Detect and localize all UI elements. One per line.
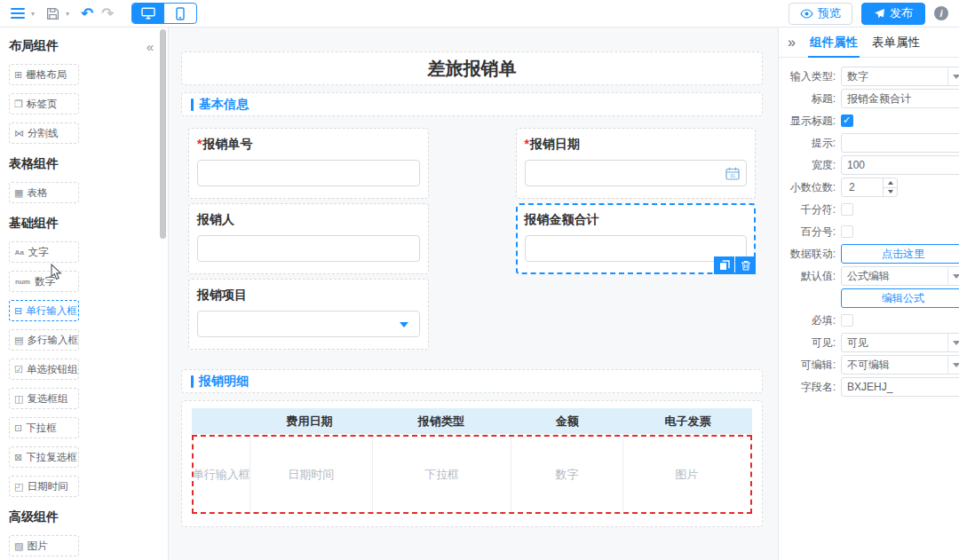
copy-component-button[interactable] bbox=[714, 256, 734, 274]
show-title-checkbox[interactable] bbox=[841, 114, 853, 127]
percent-sign-checkbox[interactable] bbox=[841, 225, 853, 238]
save-caret-down-icon[interactable]: ▾ bbox=[66, 10, 69, 18]
sidebar-item-textarea[interactable]: ▤ 多行输入框 bbox=[9, 329, 79, 351]
prop-row-hint: 提示: bbox=[779, 133, 959, 153]
form-title: 差旅报销单 bbox=[428, 57, 517, 81]
cell-image[interactable]: 图片 bbox=[622, 437, 750, 512]
stepper-down-icon[interactable] bbox=[884, 188, 897, 197]
sidebar-item-divider[interactable]: ⋈ 分割线 bbox=[9, 122, 79, 144]
cell-number[interactable]: 数字 bbox=[511, 437, 622, 512]
undo-icon[interactable]: ↶ bbox=[81, 6, 93, 21]
sidebar-item-table[interactable]: ▦ 表格 bbox=[9, 182, 79, 203]
section-basic-info[interactable]: 基本信息 bbox=[181, 92, 763, 116]
save-icon[interactable] bbox=[46, 7, 59, 20]
field-bill-date[interactable]: *报销日期 31 bbox=[516, 128, 757, 199]
section-expense-detail[interactable]: 报销明细 bbox=[181, 369, 763, 393]
cell-select[interactable]: 下拉框 bbox=[372, 437, 511, 512]
item-label: 表格 bbox=[27, 186, 47, 200]
edit-formula-button[interactable]: 编辑公式 bbox=[841, 288, 959, 308]
tab-form-properties[interactable]: 表单属性 bbox=[872, 28, 920, 58]
delete-component-button[interactable] bbox=[735, 256, 756, 274]
menu-caret-down-icon[interactable]: ▾ bbox=[31, 10, 35, 18]
data-linkage-button[interactable]: 点击这里 bbox=[841, 244, 959, 264]
cell-datetime[interactable]: 日期时间 bbox=[250, 437, 372, 512]
expense-item-select[interactable] bbox=[197, 311, 420, 337]
sidebar-item-text[interactable]: Aa 文字 bbox=[9, 241, 79, 263]
bill-no-input[interactable] bbox=[197, 160, 420, 186]
prop-row-show-title: 显示标题: bbox=[779, 111, 959, 130]
item-label: 下拉框 bbox=[26, 422, 57, 435]
prop-label: 输入类型: bbox=[779, 69, 841, 84]
sidebar-item-image[interactable]: ▨ 图片 bbox=[9, 535, 79, 556]
prop-row-width: 宽度: bbox=[779, 155, 959, 175]
applicant-input[interactable] bbox=[197, 235, 420, 262]
mobile-view-button[interactable] bbox=[164, 4, 196, 23]
prop-row-required: 必填: bbox=[779, 311, 959, 330]
device-toggle bbox=[131, 3, 197, 24]
top-toolbar: ▾ ▾ ↶ ↷ 预览 发布 i bbox=[0, 0, 959, 28]
visible-select[interactable]: 可见 bbox=[841, 333, 959, 352]
sidebar-item-number[interactable]: num 数字 bbox=[9, 271, 79, 292]
sidebar-item-radio-group[interactable]: ☑ 单选按钮组 bbox=[9, 359, 79, 380]
collapse-sidebar-icon[interactable]: « bbox=[147, 39, 154, 54]
sidebar-item-select[interactable]: ⊡ 下拉框 bbox=[9, 417, 79, 438]
table-placeholder-row[interactable]: 单行输入框 日期时间 下拉框 数字 图片 bbox=[192, 435, 752, 514]
field-applicant[interactable]: 报销人 bbox=[188, 203, 429, 274]
select-value: 不可编辑 bbox=[847, 358, 890, 373]
publish-button[interactable]: 发布 bbox=[861, 3, 925, 25]
prop-label: 数据联动: bbox=[779, 247, 841, 262]
input-type-select[interactable]: 数字 bbox=[841, 67, 959, 86]
multi-select-icon: ⊠ bbox=[14, 453, 22, 462]
section-title: 高级组件 bbox=[9, 509, 59, 525]
sidebar-item-datetime[interactable]: ◰ 日期时间 bbox=[9, 476, 79, 497]
item-label: 多行输入框 bbox=[27, 334, 78, 347]
required-mark: * bbox=[525, 137, 529, 151]
redo-icon[interactable]: ↷ bbox=[101, 6, 114, 21]
info-icon[interactable]: i bbox=[934, 6, 948, 20]
prop-row-input-type: 输入类型: 数字 bbox=[779, 67, 959, 86]
bill-date-input[interactable]: 31 bbox=[525, 160, 748, 186]
sidebar-item-single-line-input[interactable]: ⊟ 单行输入框 bbox=[9, 300, 79, 321]
field-expense-item[interactable]: 报销项目 bbox=[188, 279, 429, 350]
sidebar-scrollbar[interactable] bbox=[160, 29, 166, 239]
calendar-icon: 31 bbox=[725, 167, 740, 184]
field-total-amount-selected[interactable]: 报销金额合计 bbox=[516, 203, 757, 274]
prop-label: 默认值: bbox=[779, 269, 841, 284]
stepper-up-icon[interactable] bbox=[884, 178, 897, 188]
tab-component-properties[interactable]: 组件属性 bbox=[810, 28, 858, 58]
menu-icon[interactable] bbox=[11, 8, 25, 19]
thousands-separator-checkbox[interactable] bbox=[841, 203, 853, 216]
sidebar-section-layout: 布局组件 « bbox=[9, 38, 154, 54]
sidebar-item-grid-layout[interactable]: ⊞ 栅格布局 bbox=[9, 64, 79, 85]
section-title: 基础组件 bbox=[9, 216, 59, 232]
trash-icon bbox=[741, 260, 751, 271]
default-value-select[interactable]: 公式编辑 bbox=[841, 266, 959, 286]
item-label: 单行输入框 bbox=[26, 304, 77, 318]
required-checkbox[interactable] bbox=[841, 314, 853, 327]
detail-table-block[interactable]: 费用日期 报销类型 金额 电子发票 单行输入框 日期时间 下拉框 数字 图片 bbox=[181, 400, 763, 527]
sidebar-item-tab-page[interactable]: ❐ 标签页 bbox=[9, 93, 79, 114]
prop-label: 提示: bbox=[779, 136, 841, 151]
mobile-icon bbox=[176, 7, 185, 20]
sidebar-item-multi-select[interactable]: ⊠ 下拉复选框 bbox=[9, 446, 79, 468]
cell-single-line-input[interactable]: 单行输入框 bbox=[194, 437, 250, 512]
field-bill-date-label: 报销日期 bbox=[530, 137, 580, 151]
editable-select[interactable]: 不可编辑 bbox=[841, 355, 959, 375]
decimal-places-stepper[interactable]: 2 bbox=[841, 177, 898, 197]
component-sidebar: 布局组件 « ⊞ 栅格布局 ❐ 标签页 ⋈ 分割线 表格组件 ▦ 表格 bbox=[0, 28, 169, 560]
prop-row-visible: 可见: 可见 bbox=[779, 333, 959, 352]
form-title-block[interactable]: 差旅报销单 bbox=[181, 51, 763, 85]
field-name-field[interactable] bbox=[841, 377, 959, 397]
field-bill-no[interactable]: *报销单号 bbox=[188, 128, 429, 199]
hint-field[interactable] bbox=[841, 133, 959, 153]
prop-row-edit-formula: 编辑公式 bbox=[779, 288, 959, 308]
title-field[interactable] bbox=[841, 89, 959, 108]
collapse-panel-icon[interactable]: » bbox=[788, 35, 796, 51]
prop-row-field-name: 字段名: bbox=[779, 377, 959, 397]
width-field[interactable] bbox=[841, 155, 959, 175]
preview-button[interactable]: 预览 bbox=[789, 3, 852, 25]
desktop-view-button[interactable] bbox=[132, 4, 164, 23]
number-icon: num bbox=[15, 278, 30, 285]
sidebar-item-checkbox-group[interactable]: ◫ 复选框组 bbox=[9, 388, 79, 409]
panel-tab-bar: » 组件属性 表单属性 bbox=[779, 28, 959, 58]
